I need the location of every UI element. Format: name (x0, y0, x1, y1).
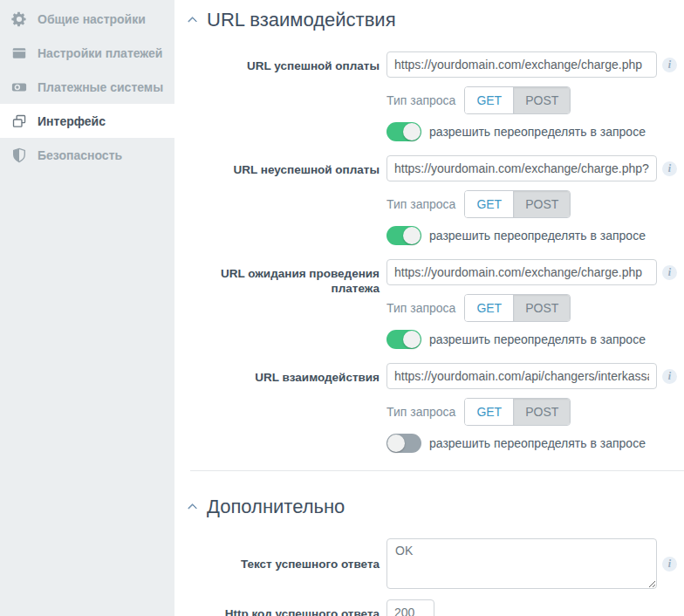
request-type-label: Тип запроса (386, 405, 455, 419)
info-icon[interactable] (662, 265, 677, 280)
sidebar-item-payment-systems[interactable]: Платежные системы (0, 70, 174, 104)
sidebar-item-label: Безопасность (38, 148, 122, 162)
request-type-label: Тип запроса (386, 301, 455, 315)
section-header-url[interactable]: URL взаимодействия (190, 9, 684, 31)
info-icon[interactable] (662, 557, 677, 572)
field-label: Текст успешного ответа (190, 557, 380, 572)
post-button[interactable]: POST (513, 399, 570, 425)
sidebar-item-label: Общие настройки (38, 12, 146, 26)
sidebar-item-general[interactable]: Общие настройки (0, 2, 174, 36)
section-divider (190, 470, 684, 471)
request-type-label: Тип запроса (386, 197, 455, 211)
request-type-segmented: GET POST (464, 190, 571, 218)
request-type-segmented: GET POST (464, 398, 571, 426)
override-toggle-label: разрешить переопределять в запросе (429, 229, 646, 243)
get-button[interactable]: GET (465, 87, 513, 113)
field-label: Http код успешного ответа (190, 599, 380, 616)
section-title: Дополнительно (207, 496, 345, 518)
toggle-knob (403, 227, 421, 244)
pending-url-input[interactable] (386, 259, 657, 285)
field-label: URL успешной оплаты (190, 51, 380, 141)
collapse-chevron-icon[interactable] (188, 17, 197, 26)
sidebar-item-security[interactable]: Безопасность (0, 138, 174, 172)
get-button[interactable]: GET (465, 191, 513, 217)
fail-url-input[interactable] (386, 155, 657, 181)
override-toggle[interactable] (386, 330, 421, 349)
request-type-segmented: GET POST (464, 294, 571, 322)
interaction-url-input[interactable] (386, 363, 657, 389)
field-http-code: Http код успешного ответа (190, 599, 684, 616)
settings-content: URL взаимодействия URL успешной оплаты Т… (174, 0, 684, 616)
collapse-chevron-icon[interactable] (188, 503, 197, 513)
sidebar-item-label: Настройки платежей (38, 46, 162, 60)
info-icon[interactable] (662, 58, 677, 72)
get-button[interactable]: GET (465, 399, 513, 425)
override-toggle[interactable] (386, 122, 421, 141)
success-response-textarea[interactable]: OK (386, 538, 657, 589)
toggle-knob (403, 331, 421, 348)
sidebar-item-interface[interactable]: Интерфейс (0, 104, 174, 138)
get-button[interactable]: GET (465, 295, 513, 321)
field-success-url: URL успешной оплаты Тип запроса GET POST… (190, 51, 684, 141)
toggle-knob (387, 435, 405, 452)
sidebar-item-label: Платежные системы (38, 80, 163, 94)
section-header-additional[interactable]: Дополнительно (190, 496, 684, 518)
field-success-text: Текст успешного ответа OK (190, 538, 684, 589)
override-toggle[interactable] (386, 434, 421, 453)
override-toggle-label: разрешить переопределять в запросе (429, 332, 646, 346)
request-type-label: Тип запроса (386, 93, 455, 107)
post-button[interactable]: POST (513, 295, 570, 321)
override-toggle-label: разрешить переопределять в запросе (429, 436, 646, 450)
post-button[interactable]: POST (513, 191, 570, 217)
toggle-knob (403, 123, 421, 140)
field-label: URL ожидания проведения платежа (190, 259, 380, 349)
shield-icon (11, 147, 27, 163)
gear-icon (11, 11, 27, 27)
override-toggle[interactable] (386, 226, 421, 245)
post-button[interactable]: POST (513, 87, 570, 113)
field-label: URL взаимодействия (190, 363, 380, 453)
sidebar-item-label: Интерфейс (38, 114, 106, 128)
sidebar-item-payment-settings[interactable]: Настройки платежей (0, 36, 174, 70)
wallet-icon (11, 45, 27, 61)
field-label: URL неуспешной оплаты (190, 155, 380, 245)
field-pending-url: URL ожидания проведения платежа Тип запр… (190, 259, 684, 349)
request-type-segmented: GET POST (464, 86, 571, 114)
field-interaction-url: URL взаимодействия Тип запроса GET POST … (190, 363, 684, 453)
info-icon[interactable] (662, 369, 677, 384)
http-code-input[interactable] (386, 599, 434, 616)
override-toggle-label: разрешить переопределять в запросе (429, 125, 646, 139)
section-title: URL взаимодействия (207, 9, 396, 31)
info-icon[interactable] (662, 161, 677, 176)
field-fail-url: URL неуспешной оплаты Тип запроса GET PO… (190, 155, 684, 245)
success-url-input[interactable] (386, 51, 657, 78)
card-icon (11, 79, 27, 95)
windows-icon (11, 113, 27, 129)
settings-page: Общие настройки Настройки платежей Плате… (0, 0, 684, 616)
settings-sidebar: Общие настройки Настройки платежей Плате… (0, 0, 174, 616)
